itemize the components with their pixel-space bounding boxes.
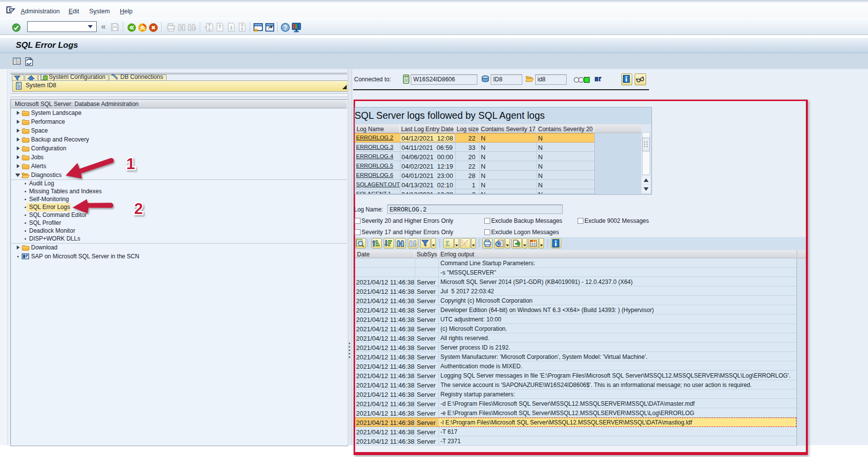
svg-text:Σ: Σ (461, 239, 464, 244)
svg-text:?: ? (284, 24, 288, 31)
svg-text:Σ: Σ (445, 240, 450, 247)
